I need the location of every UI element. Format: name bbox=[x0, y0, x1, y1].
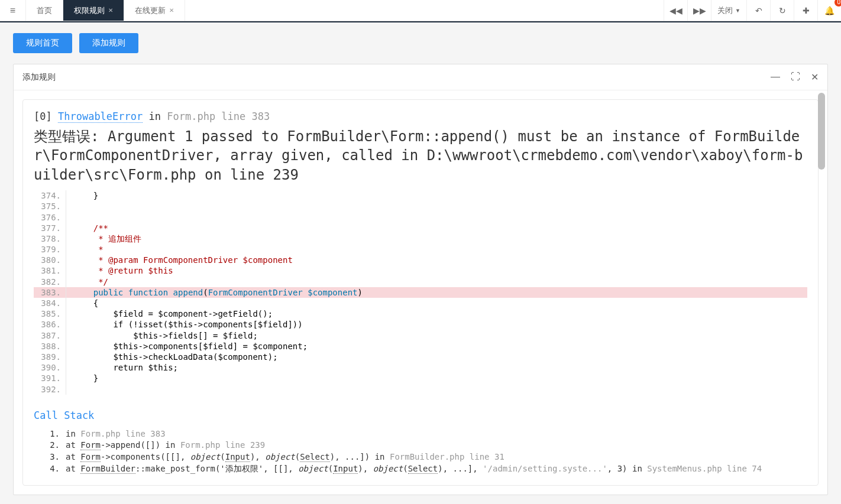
tab-online-update[interactable]: 在线更新 ✕ bbox=[124, 0, 185, 21]
gutter: 382. bbox=[34, 277, 66, 287]
error-header: [0] ThrowableError in Form.php line 383 bbox=[34, 110, 807, 122]
code-text: */ bbox=[66, 277, 807, 287]
gutter: 374. bbox=[34, 190, 66, 201]
code-line: 379. * bbox=[34, 244, 807, 255]
tab-label: 首页 bbox=[37, 5, 52, 16]
code-text bbox=[66, 212, 807, 223]
code-text: { bbox=[66, 298, 807, 308]
code-text: * @param FormComponentDriver $component bbox=[66, 255, 807, 265]
chevron-down-icon: ▼ bbox=[735, 8, 740, 14]
gutter: 379. bbox=[34, 244, 66, 255]
gutter: 387. bbox=[34, 330, 66, 341]
gutter: 380. bbox=[34, 255, 66, 265]
code-line: 374. } bbox=[34, 190, 807, 201]
code-line: 376. bbox=[34, 212, 807, 223]
code-line: 390. return $this; bbox=[34, 362, 807, 373]
tab-home[interactable]: 首页 bbox=[26, 0, 63, 21]
code-line: 377. /** bbox=[34, 223, 807, 233]
gutter: 381. bbox=[34, 265, 66, 276]
code-line: 378. * 追加组件 bbox=[34, 233, 807, 244]
gutter: 386. bbox=[34, 319, 66, 330]
code-text: $this->components[$field] = $component; bbox=[66, 341, 807, 352]
call-stack-title: Call Stack bbox=[34, 409, 807, 421]
topbar: ≡ 首页 权限规则 ✕ 在线更新 ✕ ◀◀ ▶▶ 关闭 ▼ ↶ ↻ ✚ 🔔 0 bbox=[0, 0, 841, 21]
code-text: * bbox=[66, 244, 807, 255]
gutter: 383. bbox=[34, 287, 66, 298]
gutter: 377. bbox=[34, 223, 66, 233]
add-rule-panel: 添加规则 — ⛶ ✕ [0] ThrowableError in Form.ph… bbox=[13, 64, 828, 495]
content-area: 规则首页 添加规则 添加规则 — ⛶ ✕ [0] ThrowableError … bbox=[0, 22, 841, 504]
code-text: $this->checkLoadData($component); bbox=[66, 352, 807, 362]
code-line: 384. { bbox=[34, 298, 807, 308]
code-line: 381. * @return $this bbox=[34, 265, 807, 276]
error-file: Form.php line 383 bbox=[167, 110, 270, 122]
code-text: } bbox=[66, 190, 807, 201]
error-class-link[interactable]: ThrowableError bbox=[58, 110, 143, 123]
code-line: 375. bbox=[34, 201, 807, 212]
minimize-icon[interactable]: — bbox=[771, 71, 780, 83]
stack-frame: 1.in Form.php line 383 bbox=[47, 428, 807, 440]
code-text: $field = $component->getField(); bbox=[66, 308, 807, 319]
code-text bbox=[66, 384, 807, 395]
panel-body: [0] ThrowableError in Form.php line 383 … bbox=[14, 90, 827, 495]
tab-label: 在线更新 bbox=[135, 5, 166, 16]
error-message: 类型错误: Argument 1 passed to FormBuilder\F… bbox=[34, 127, 807, 184]
code-text: return $this; bbox=[66, 362, 807, 373]
gutter: 390. bbox=[34, 362, 66, 373]
code-line: 388. $this->components[$field] = $compon… bbox=[34, 341, 807, 352]
stack-frame: 4.at FormBuilder::make_post_form('添加权限',… bbox=[47, 463, 807, 475]
code-line: 386. if (!isset($this->components[$field… bbox=[34, 319, 807, 330]
code-text: /** bbox=[66, 223, 807, 233]
fullscreen-icon[interactable]: ⛶ bbox=[791, 71, 800, 83]
code-line: 387. $this->fields[] = $field; bbox=[34, 330, 807, 341]
refresh-button[interactable]: ↻ bbox=[770, 0, 794, 21]
button-row: 规则首页 添加规则 bbox=[13, 33, 828, 53]
gutter: 378. bbox=[34, 233, 66, 244]
notifications-button[interactable]: 🔔 0 bbox=[817, 0, 841, 21]
tab-permission-rules[interactable]: 权限规则 ✕ bbox=[63, 0, 124, 21]
code-line: 391. } bbox=[34, 373, 807, 383]
topbar-right: ◀◀ ▶▶ 关闭 ▼ ↶ ↻ ✚ 🔔 0 bbox=[664, 0, 841, 21]
code-text: if (!isset($this->components[$field])) bbox=[66, 319, 807, 330]
gutter: 385. bbox=[34, 308, 66, 319]
code-text: } bbox=[66, 373, 807, 383]
stack-frame: 2.at Form->append([]) in Form.php line 2… bbox=[47, 440, 807, 451]
undo-button[interactable]: ↶ bbox=[746, 0, 770, 21]
menu-toggle-icon[interactable]: ≡ bbox=[0, 0, 26, 21]
code-text: * 追加组件 bbox=[66, 233, 807, 244]
gutter: 391. bbox=[34, 373, 66, 383]
gutter: 392. bbox=[34, 384, 66, 395]
gutter: 389. bbox=[34, 352, 66, 362]
close-icon[interactable]: ✕ bbox=[811, 71, 819, 83]
code-line: 383. public function append(FormComponen… bbox=[34, 287, 807, 298]
tab-label: 权限规则 bbox=[74, 5, 105, 16]
gutter: 375. bbox=[34, 201, 66, 212]
topbar-left: ≡ 首页 权限规则 ✕ 在线更新 ✕ bbox=[0, 0, 185, 21]
add-rule-button[interactable]: 添加规则 bbox=[79, 33, 138, 53]
code-line: 389. $this->checkLoadData($component); bbox=[34, 352, 807, 362]
code-text bbox=[66, 201, 807, 212]
bell-icon: 🔔 bbox=[824, 6, 834, 15]
close-label: 关闭 bbox=[717, 5, 733, 16]
gutter: 384. bbox=[34, 298, 66, 308]
in-word: in bbox=[149, 110, 161, 122]
code-line: 385. $field = $component->getField(); bbox=[34, 308, 807, 319]
inner-scrollbar[interactable] bbox=[818, 93, 825, 170]
prev-tab-button[interactable]: ◀◀ bbox=[664, 0, 687, 21]
close-icon[interactable]: ✕ bbox=[169, 7, 174, 14]
rule-home-button[interactable]: 规则首页 bbox=[13, 33, 72, 53]
close-dropdown[interactable]: 关闭 ▼ bbox=[711, 0, 746, 21]
code-text: $this->fields[] = $field; bbox=[66, 330, 807, 341]
stack-frame: 3.at Form->components([[], object(Input)… bbox=[47, 451, 807, 463]
code-text: * @return $this bbox=[66, 265, 807, 276]
add-button[interactable]: ✚ bbox=[794, 0, 817, 21]
error-index: [0] bbox=[34, 110, 52, 122]
gutter: 388. bbox=[34, 341, 66, 352]
panel-controls: — ⛶ ✕ bbox=[771, 71, 819, 83]
close-icon[interactable]: ✕ bbox=[108, 7, 113, 14]
code-line: 392. bbox=[34, 384, 807, 395]
code-text: public function append(FormComponentDriv… bbox=[66, 287, 807, 298]
next-tab-button[interactable]: ▶▶ bbox=[687, 0, 711, 21]
panel-title: 添加规则 bbox=[22, 72, 56, 83]
notification-badge: 0 bbox=[834, 0, 841, 6]
